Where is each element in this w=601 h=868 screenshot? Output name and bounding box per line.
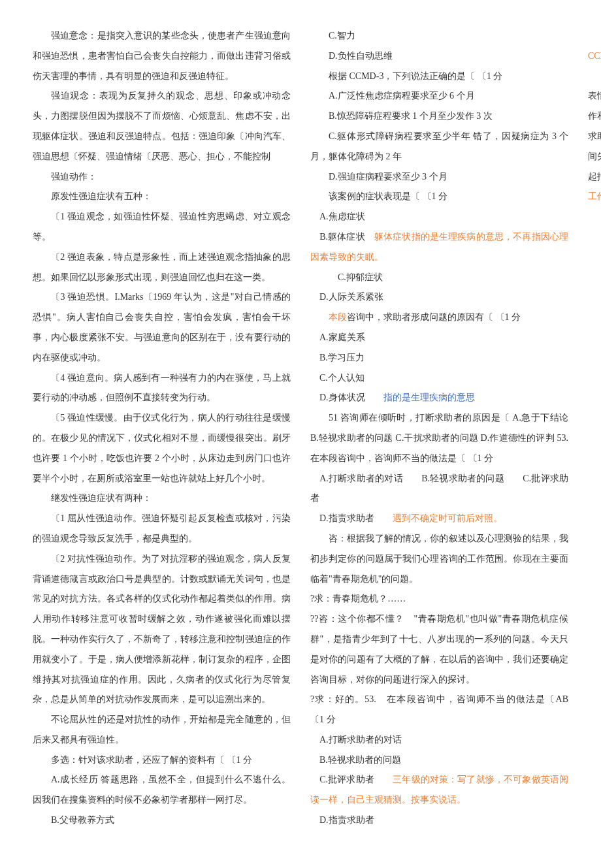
text-run: D.指责求助者 — [310, 513, 393, 523]
document-page: 强迫意念：是指突入意识的某些念头，使患者产生强迫意向和强迫恐惧，患者害怕自己会丧… — [0, 0, 601, 868]
paragraph: 根据 CCMD-3，下列说法正确的是〔 〔1 分 — [310, 67, 568, 87]
text-run: B.惊恐障碍症程要求 1 个月至少发作 3 次 — [329, 111, 493, 121]
paragraph: 多选：针对该求助者，还应了解的资料有〔 〔1 分 — [33, 750, 291, 771]
paragraph: 周某某，女，35 岁，统计员，由丈人陪伴来就诊。求助者表情紧张，语音偏低，主动谈… — [588, 67, 601, 208]
text-run: 遇到不确定时可前后对照。 — [393, 513, 502, 523]
paragraph: 〔5 强迫性缓慢。由于仪式化行为，病人的行动往往是缓慢的。在极少见的情况下，仪式… — [33, 408, 291, 489]
paragraph: ?求：好的。53. 在本段咨询中，咨询师不当的做法是〔AB 〔1 分 — [310, 690, 568, 730]
paragraph: 不论屈从性的还是对抗性的动作，开始都是完全随意的，但后来又都具有强迫性。 — [33, 710, 291, 750]
paragraph: D.强迫症病程要求至少 3 个月 — [310, 167, 568, 187]
text-run: A.打断求助者的对话 — [310, 735, 402, 745]
text-run: 〔4 强迫意向。病人感到有一种强有力的内在驱使，马上就要行动的冲动感，但照例不直… — [33, 373, 291, 403]
paragraph: C.抑郁症状 — [310, 268, 568, 288]
paragraph: 〔2 强迫表象，特点是形象性，而上述强迫观念指抽象的思想。如果回忆以形象形式出现… — [33, 248, 291, 288]
paragraph: B.躯体症状 躯体症状指的是生理疾病的意思，不再指因心理因素导致的失眠。 — [310, 227, 568, 268]
paragraph: C.躯体形式障碍病程要求至少半年 错了，因疑病症为 3 个月，躯体化障碍为 2 … — [310, 127, 568, 167]
text-run: D.强迫症病程要求至少 3 个月 — [329, 172, 447, 182]
text-run: 强迫意念：是指突入意识的某些念头，使患者产生强迫意向和强迫恐惧，患者害怕自己会丧… — [33, 31, 291, 81]
text-run: ?求：青春期危机？…… — [310, 594, 406, 603]
paragraph: 该案例的症状表现是〔 〔1 分 — [310, 187, 568, 207]
text-run: D.指责求助者 — [310, 815, 374, 825]
text-run: A.焦虑症状 — [310, 212, 365, 221]
paragraph: 〔1 强迫观念，如强迫性怀疑、强迫性穷思竭虑、对立观念等。 — [33, 207, 291, 248]
text-run: D.身体状况 — [310, 393, 383, 402]
text-run: 原发性强迫症状有五种： — [51, 191, 152, 201]
text-run: A.家庭关系 — [310, 332, 365, 342]
paragraph: 许又新的评分标准是一个通科医生使用的，要确诊还是要用 CCMD—3. — [588, 26, 601, 67]
paragraph: B.父母教养方式 — [33, 811, 291, 831]
text-run: 来就诊。求助者表情紧张，语音偏低， — [588, 71, 601, 101]
paragraph: ?求：青春期危机？…… — [310, 589, 568, 609]
paragraph: 本段咨询中，求助者形成问题的原因有〔 〔1 分 — [310, 308, 568, 328]
text-run: A.成长经历 答题思路，虽然不全，但提到什么不逃什么。因我们在搜集资料的时候不必… — [33, 775, 291, 805]
text-run: 根据 CCMD-3，下列说法正确的是〔 〔1 分 — [329, 71, 502, 81]
paragraph: D.指责求助者 — [310, 811, 568, 831]
text-run: 不论屈从性的还是对抗性的动作，开始都是完全随意的，但后来又都具有强迫性。 — [33, 715, 291, 745]
paragraph: D.指责求助者 遇到不确定时可前后对照。 — [310, 509, 568, 529]
text-run: 〔1 强迫观念，如强迫性怀疑、强迫性穷思竭虑、对立观念等。 — [33, 212, 291, 242]
text-run: 指的是生理疾病的意思 — [383, 393, 475, 402]
paragraph: D.负性自动思维 — [310, 46, 568, 67]
paragraph: A.成长经历 答题思路，虽然不全，但提到什么不逃什么。因我们在搜集资料的时候不必… — [33, 770, 291, 811]
paragraph: 〔2 对抗性强迫动作。为了对抗淫秽的强迫观念，病人反复背诵道德箴言或政治口号是典… — [33, 549, 291, 710]
paragraph: 〔1 屈从性强迫动作。强迫怀疑引起反复检查或核对，污染的强迫观念导致反复洗手，都… — [33, 509, 291, 549]
paragraph: 原发性强迫症状有五种： — [33, 187, 291, 207]
text-run: 该案例的症状表现是〔 〔1 分 — [329, 191, 447, 201]
paragraph: C.批评求助者 三年级的对策：写了就惨，不可象做英语阅读一样，自己主观猜测。按事… — [310, 770, 568, 811]
text-run: B.躯体症状 — [310, 232, 374, 242]
text-run: D.人际关系紧张 — [310, 292, 383, 302]
text-run: 强迫动作： — [51, 172, 97, 182]
text-run: D.负性自动思维 — [329, 51, 393, 61]
text-run: 咨询中，求助者形成问题的原因有〔 〔1 分 — [347, 312, 521, 322]
text-run: C.个人认知 — [310, 373, 365, 383]
paragraph: A.广泛性焦虑症病程要求至少 6 个月 — [310, 86, 568, 106]
text-run: 强迫观念：表现为反复持久的观念、思想、印象或冲动念头，力图摆脱但因为摆脱不了而烦… — [33, 91, 291, 161]
text-run: 许又新的评分标准是一个通科医生使用的，要确诊还是要用 CCMD—3. — [588, 31, 601, 61]
text-run: 〔5 强迫性缓慢。由于仪式化行为，病人的行动往往是缓慢的。在极少见的情况下，仪式… — [33, 413, 291, 483]
paragraph: 强迫观念：表现为反复持久的观念、思想、印象或冲动念头，力图摆脱但因为摆脱不了而烦… — [33, 86, 291, 167]
text-run: 咨：根据我了解的情况，你的叙述以及心理测验的结果，我初步判定你的问题属于我们心理… — [310, 534, 568, 584]
text-run: A.广泛性焦虑症病程要求至少 6 个月 — [329, 91, 475, 101]
paragraph: 〔3 强迫恐惧。I.Marks〔1969 年认为，这是"对自己情感的恐惧"。病人… — [33, 287, 291, 368]
paragraph: A.打断求助者的对话 B.轻视求助者的问题 C.批评求助者 — [310, 469, 568, 509]
text-run: C.智力 — [329, 31, 355, 40]
paragraph: ??咨：这个你都不懂？ "青春期危机"也叫做"青春期危机症候群"，是指青少年到了… — [310, 609, 568, 690]
text-run: B.轻视求助者的问题 — [310, 755, 401, 765]
paragraph: B.学习压力 — [310, 348, 568, 368]
paragraph: 咨：根据我了解的情况，你的叙述以及心理测验的结果，我初步判定你的问题属于我们心理… — [310, 529, 568, 589]
paragraph: C.个人认知 — [310, 368, 568, 389]
paragraph: A.家庭关系 — [310, 328, 568, 348]
paragraph: C.智力 — [310, 26, 568, 46]
paragraph: B.惊恐障碍症程要求 1 个月至少发作 3 次 — [310, 106, 568, 127]
paragraph: A.打断求助者的对话 — [310, 730, 568, 750]
paragraph: A.焦虑症状 — [310, 207, 568, 227]
text-run: ??咨：这个你都不懂？ "青春期危机"也叫做"青春期危机症候群"，是指青少年到了… — [310, 614, 568, 684]
text-run: 〔1 屈从性强迫动作。强迫怀疑引起反复检查或核对，污染的强迫观念导致反复洗手，都… — [33, 513, 291, 543]
paragraph: 51 咨询师在倾听时，打断求助者的原因是〔 A.急于下结论 B.轻视求助者的问题… — [310, 408, 568, 468]
paragraph: D.人际关系紧张 — [310, 287, 568, 308]
paragraph: D.身体状况 指的是生理疾病的意思 — [310, 388, 568, 408]
text-run: 继发性强迫症状有两种： — [51, 493, 152, 503]
text-run: 〔3 强迫恐惧。I.Marks〔1969 年认为，这是"对自己情感的恐惧"。病人… — [33, 292, 291, 362]
paragraph: 强迫动作： — [33, 167, 291, 187]
text-run: 51 咨询师在倾听时，打断求助者的原因是〔 A.急于下结论 B.轻视求助者的问题… — [310, 413, 568, 463]
text-run: 〔2 强迫表象，特点是形象性，而上述强迫观念指抽象的思想。如果回忆以形象形式出现… — [33, 252, 291, 282]
text-run: 〔2 对抗性强迫动作。为了对抗淫秽的强迫观念，病人反复背诵道德箴言或政治口号是典… — [33, 554, 291, 705]
text-run: A.打断求助者的对话 B.轻视求助者的问题 C.批评求助者 — [310, 474, 568, 504]
text-run: C.抑郁症状 — [338, 272, 383, 282]
text-run: 多选：针对该求助者，还应了解的资料有〔 〔1 分 — [51, 755, 252, 765]
paragraph: 强迫意念：是指突入意识的某些念头，使患者产生强迫意向和强迫恐惧，患者害怕自己会丧… — [33, 26, 291, 86]
text-run: B.父母教养方式 — [51, 815, 114, 825]
text-run: B.学习压力 — [310, 353, 365, 362]
paragraph: B.轻视求助者的问题 — [310, 750, 568, 771]
paragraph: 继发性强迫症状有两种： — [33, 489, 291, 509]
text-run: ?求：好的。53. 在本段咨询中，咨询师不当的做法是〔AB 〔1 分 — [310, 694, 587, 724]
text-run: 本段 — [329, 312, 347, 322]
paragraph: 〔4 强迫意向。病人感到有一种强有力的内在驱使，马上就要行动的冲动感，但照例不直… — [33, 368, 291, 409]
text-run: C.批评求助者 — [310, 775, 393, 784]
text-run: C.躯体形式障碍病程要求至少半年 错了，因疑病症为 3 个月，躯体化障碍为 2 … — [310, 131, 568, 161]
